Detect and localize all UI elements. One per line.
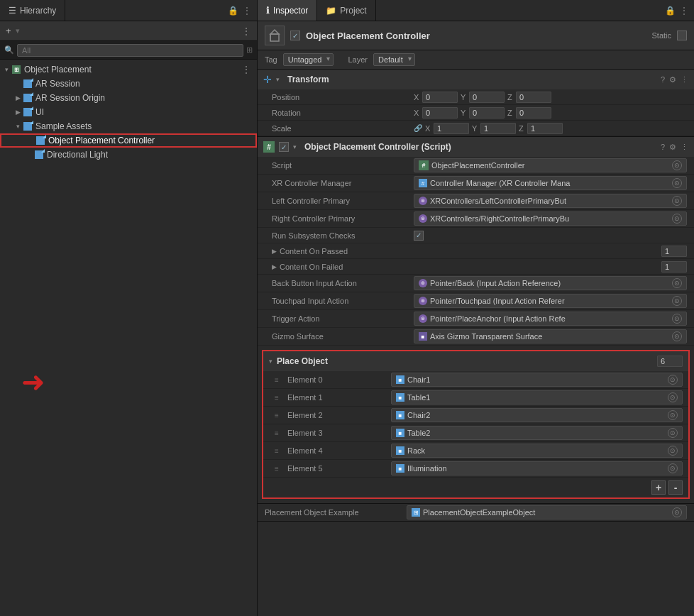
place-object-header[interactable]: ▾ Place Object (263, 351, 688, 371)
scale-lock-icon: 🔗 (414, 123, 422, 134)
run-checks-checkbox[interactable] (414, 231, 424, 241)
element-4-picker[interactable]: ⊙ (668, 446, 678, 456)
placement-example-picker[interactable]: ⊙ (672, 507, 682, 517)
script-active-checkbox[interactable] (279, 142, 289, 152)
drag-handle-5[interactable]: ≡ (275, 465, 283, 473)
element-4-ref: ■ Rack ⊙ (391, 444, 683, 458)
transform-overflow-icon[interactable]: ⋮ (681, 75, 688, 84)
inspector-lock-icon[interactable]: 🔒 (665, 6, 676, 16)
hierarchy-item-dir-light[interactable]: ▶ Directional Light (0, 148, 257, 162)
script-component-header[interactable]: # ▾ Object Placement Controller (Script)… (258, 137, 694, 157)
drag-handle-1[interactable]: ≡ (275, 394, 283, 402)
left-primary-picker[interactable]: ⊙ (672, 196, 682, 206)
gizmo-label: Gizmo Surface (272, 332, 414, 341)
left-primary-label: Left Controller Primary (272, 197, 414, 205)
ar-origin-label: AR Session Origin (35, 93, 105, 103)
rotation-x-field: X (414, 107, 458, 119)
hierarchy-item-ui[interactable]: ▶ UI (0, 105, 257, 119)
place-object-count-input[interactable] (657, 356, 683, 367)
script-ref-icon: # (419, 160, 429, 170)
lock-icon[interactable]: 🔒 (228, 6, 238, 16)
scale-x-input[interactable] (434, 123, 469, 134)
inspector-overflow-icon[interactable]: ⋮ (680, 6, 688, 16)
static-checkbox[interactable] (677, 31, 687, 40)
element-5-picker[interactable]: ⊙ (668, 463, 678, 473)
rotation-z-input[interactable] (516, 107, 551, 119)
tab-inspector[interactable]: ℹ Inspector (258, 0, 317, 21)
gizmo-picker[interactable]: ⊙ (672, 331, 682, 341)
drag-handle-3[interactable]: ≡ (275, 429, 283, 437)
content-failed-caret[interactable]: ▶ (272, 263, 277, 270)
xr-manager-value: Controller Manager (XR Controller Mana (430, 179, 570, 187)
gizmo-prop-row: Gizmo Surface ■ Axis Gizmo Transparent S… (258, 328, 694, 346)
transform-settings-icon[interactable]: ⚙ (669, 75, 676, 84)
ui-label: UI (35, 107, 44, 117)
hierarchy-item-ar-session-origin[interactable]: ▶ AR Session Origin (0, 91, 257, 105)
element-3-picker[interactable]: ⊙ (668, 428, 678, 438)
transform-header[interactable]: ✛ ▾ Transform ? ⚙ ⋮ (258, 70, 694, 89)
rotation-y-input[interactable] (469, 107, 505, 119)
element-0-picker[interactable]: ⊙ (668, 375, 678, 385)
script-title: Object Placement Controller (Script) (304, 142, 656, 152)
element-1-ref: ■ Table1 ⊙ (391, 390, 683, 405)
root-more-icon[interactable]: ⋮ (241, 64, 251, 75)
layer-dropdown[interactable]: Default (373, 53, 415, 66)
script-ref-picker[interactable]: ⊙ (672, 160, 682, 170)
content-passed-caret[interactable]: ▶ (272, 248, 277, 255)
element-row-1: ≡ Element 1 ■ Table1 ⊙ (263, 389, 688, 407)
scale-y-input[interactable] (480, 123, 516, 134)
content-failed-count-input[interactable] (661, 261, 687, 273)
add-button[interactable]: + (6, 26, 11, 36)
add-element-button[interactable]: + (651, 480, 666, 495)
drag-handle-2[interactable]: ≡ (275, 412, 283, 419)
remove-element-button[interactable]: - (668, 480, 683, 495)
hierarchy-item-object-placement[interactable]: ▾ ⊞ Object Placement ⋮ (0, 62, 257, 77)
hierarchy-item-sample-assets[interactable]: ▾ Sample Assets (0, 119, 257, 133)
right-primary-picker[interactable]: ⊙ (672, 214, 682, 224)
overflow-icon[interactable]: ⋮ (243, 6, 251, 16)
drag-handle-0[interactable]: ≡ (275, 376, 283, 384)
search-options-icon[interactable]: ⊞ (246, 45, 253, 55)
tab-project[interactable]: 📁 Project (317, 0, 375, 21)
element-2-picker[interactable]: ⊙ (668, 410, 678, 420)
tag-dropdown[interactable]: Untagged (283, 53, 334, 66)
rx-label: X (414, 109, 421, 117)
scale-z-input[interactable] (527, 123, 563, 134)
position-x-input[interactable] (422, 92, 458, 103)
content-passed-count-input[interactable] (661, 246, 687, 257)
element-1-picker[interactable]: ⊙ (668, 392, 678, 402)
x-axis-label: X (414, 93, 421, 101)
object-active-checkbox[interactable] (290, 31, 300, 40)
right-controller-prop-row: Right Controller Primary ⊛ XRControllers… (258, 210, 694, 228)
hierarchy-tab-label: Hierarchy (20, 6, 56, 16)
search-input[interactable] (17, 44, 243, 57)
hierarchy-more-icon[interactable]: ⋮ (241, 26, 251, 37)
position-z-input[interactable] (516, 92, 551, 103)
script-settings-icon[interactable]: ⚙ (669, 143, 676, 152)
drag-handle-4[interactable]: ≡ (275, 447, 283, 455)
hierarchy-item-opc[interactable]: ▶ Object Placement Controller (0, 133, 257, 148)
script-ref-field: # ObjectPlacementController ⊙ (414, 158, 687, 172)
tab-hierarchy[interactable]: ☰ Hierarchy (0, 0, 65, 21)
expand-arrow-ar-origin: ▶ (14, 94, 21, 101)
ar-origin-icon (23, 93, 33, 103)
trigger-picker[interactable]: ⊙ (672, 314, 682, 324)
position-y-input[interactable] (469, 92, 505, 103)
place-object-caret[interactable]: ▾ (269, 358, 272, 365)
element-1-label: Element 1 (287, 393, 387, 402)
back-button-picker[interactable]: ⊙ (672, 278, 682, 288)
element-0-icon: ■ (396, 375, 404, 384)
script-help-icon[interactable]: ? (661, 143, 665, 152)
touchpad-picker[interactable]: ⊙ (672, 296, 682, 306)
hierarchy-item-ar-session[interactable]: ▶ AR Session (0, 77, 257, 91)
place-object-elements: ≡ Element 0 ■ Chair1 ⊙ ≡ Element 1 (263, 371, 688, 478)
left-primary-value: XRControllers/LeftControllerPrimaryBut (430, 197, 566, 205)
element-0-label: Element 0 (287, 375, 387, 384)
rotation-x-input[interactable] (422, 107, 458, 119)
left-primary-ref-field: ⊛ XRControllers/LeftControllerPrimaryBut… (414, 194, 687, 208)
transform-help-icon[interactable]: ? (661, 75, 665, 84)
element-5-icon: ■ (396, 464, 404, 473)
dir-light-icon (34, 150, 44, 160)
script-overflow-icon[interactable]: ⋮ (681, 143, 688, 152)
xr-manager-picker[interactable]: ⊙ (672, 178, 682, 188)
